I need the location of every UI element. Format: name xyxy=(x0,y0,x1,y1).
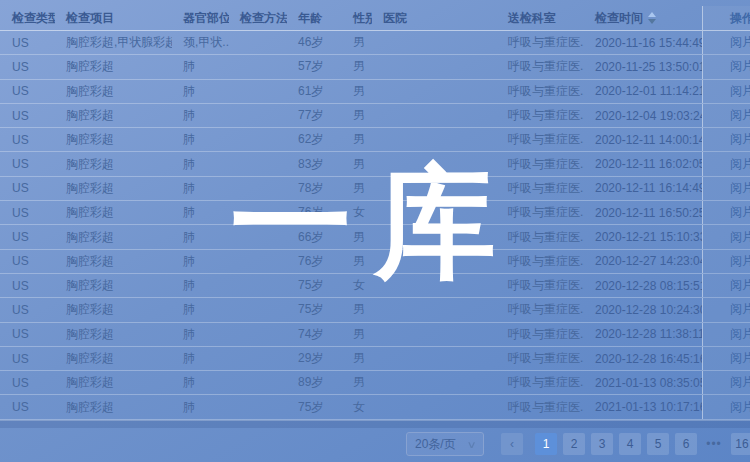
cell-organ: 肺 xyxy=(172,156,229,173)
table-row[interactable]: US 胸腔彩超 肺 66岁 男 呼吸与重症医... 2020-12-21 15:… xyxy=(0,225,750,249)
page-button-1[interactable]: 1 xyxy=(535,433,557,455)
table-row[interactable]: US 胸腔彩超 肺 57岁 男 呼吸与重症医... 2020-11-25 13:… xyxy=(0,55,750,79)
header-action: 操作 xyxy=(702,6,750,30)
cell-department: 呼吸与重症医... xyxy=(497,374,584,391)
view-film-link[interactable]: 阅片 xyxy=(702,201,750,224)
table-row[interactable]: US 胸腔彩超 肺 29岁 男 呼吸与重症医... 2020-12-28 16:… xyxy=(0,347,750,371)
cell-organ: 肺 xyxy=(172,229,229,246)
cell-exam-item: 胸腔彩超 xyxy=(55,277,172,294)
header-gender: 性别 xyxy=(342,10,372,27)
cell-exam-item: 胸腔彩超 xyxy=(55,253,172,270)
more-pages-ellipsis[interactable]: ••• xyxy=(703,433,725,455)
cell-department: 呼吸与重症医... xyxy=(497,180,584,197)
cell-organ: 肺 xyxy=(172,180,229,197)
header-exam-time[interactable]: 检查时间 xyxy=(584,10,702,27)
sort-caret-up-icon[interactable] xyxy=(648,12,656,17)
table-row[interactable]: US 胸腔彩超 肺 77岁 男 呼吸与重症医... 2020-12-04 19:… xyxy=(0,104,750,128)
header-exam-item: 检查项目 xyxy=(55,10,172,27)
page-size-value: 20条/页 xyxy=(415,436,456,453)
view-film-link[interactable]: 阅片 xyxy=(702,225,750,248)
cell-gender: 男 xyxy=(342,180,372,197)
view-film-link[interactable]: 阅片 xyxy=(702,323,750,346)
table-row[interactable]: US 胸腔彩超 肺 75岁 女 呼吸与重症医... 2021-01-13 10:… xyxy=(0,395,750,419)
table-row[interactable]: US 胸腔彩超 肺 76岁 女 呼吸与重症医... 2020-12-11 16:… xyxy=(0,201,750,225)
cell-department: 呼吸与重症医... xyxy=(497,83,584,100)
table-body: US 胸腔彩超,甲状腺彩超 颈,甲状... 46岁 男 呼吸与重症医... 20… xyxy=(0,31,750,420)
cell-exam-type: US xyxy=(0,60,55,74)
cell-exam-type: US xyxy=(0,327,55,341)
page-button-5[interactable]: 5 xyxy=(647,433,669,455)
cell-exam-type: US xyxy=(0,157,55,171)
table-row[interactable]: US 胸腔彩超 肺 89岁 男 呼吸与重症医... 2021-01-13 08:… xyxy=(0,371,750,395)
cell-exam-item: 胸腔彩超 xyxy=(55,374,172,391)
cell-age: 75岁 xyxy=(287,399,342,416)
cell-exam-time: 2020-11-16 15:44:49 xyxy=(584,36,702,50)
table-row[interactable]: US 胸腔彩超 肺 61岁 男 呼吸与重症医... 2020-12-01 11:… xyxy=(0,80,750,104)
cell-exam-item: 胸腔彩超 xyxy=(55,399,172,416)
cell-exam-type: US xyxy=(0,352,55,366)
view-film-link[interactable]: 阅片 xyxy=(702,250,750,273)
view-film-link[interactable]: 阅片 xyxy=(702,298,750,321)
table-row[interactable]: US 胸腔彩超 肺 75岁 女 呼吸与重症医... 2020-12-28 08:… xyxy=(0,274,750,298)
view-film-link[interactable]: 阅片 xyxy=(702,80,750,103)
sort-caret-down-icon[interactable] xyxy=(648,19,656,24)
sort-carets[interactable] xyxy=(648,12,656,24)
page-button-6[interactable]: 6 xyxy=(675,433,697,455)
page-size-select[interactable]: 20条/页 ∨ xyxy=(406,432,484,456)
view-film-link[interactable]: 阅片 xyxy=(702,55,750,78)
view-film-link[interactable]: 阅片 xyxy=(702,152,750,175)
cell-age: 75岁 xyxy=(287,277,342,294)
cell-department: 呼吸与重症医... xyxy=(497,350,584,367)
cell-age: 46岁 xyxy=(287,34,342,51)
cell-gender: 男 xyxy=(342,58,372,75)
cell-gender: 男 xyxy=(342,326,372,343)
view-film-link[interactable]: 阅片 xyxy=(702,31,750,54)
view-film-link[interactable]: 阅片 xyxy=(702,347,750,370)
cell-gender: 男 xyxy=(342,107,372,124)
cell-department: 呼吸与重症医... xyxy=(497,156,584,173)
chevron-down-icon: ∨ xyxy=(466,439,476,450)
view-film-link[interactable]: 阅片 xyxy=(702,177,750,200)
prev-page-button[interactable]: ‹ xyxy=(501,433,523,455)
view-film-link[interactable]: 阅片 xyxy=(702,371,750,394)
table-row[interactable]: US 胸腔彩超 肺 62岁 男 呼吸与重症医... 2020-12-11 14:… xyxy=(0,128,750,152)
cell-exam-item: 胸腔彩超 xyxy=(55,83,172,100)
view-film-link[interactable]: 阅片 xyxy=(702,128,750,151)
cell-gender: 女 xyxy=(342,399,372,416)
cell-exam-item: 胸腔彩超 xyxy=(55,204,172,221)
page-button-2[interactable]: 2 xyxy=(563,433,585,455)
table-row[interactable]: US 胸腔彩超 肺 76岁 男 呼吸与重症医... 2020-12-27 14:… xyxy=(0,250,750,274)
view-film-link[interactable]: 阅片 xyxy=(702,274,750,297)
cell-exam-item: 胸腔彩超 xyxy=(55,229,172,246)
cell-exam-time: 2020-12-28 11:38:11 xyxy=(584,327,702,341)
cell-exam-time: 2020-12-21 15:10:33 xyxy=(584,230,702,244)
cell-age: 89岁 xyxy=(287,374,342,391)
horizontal-scrollbar[interactable] xyxy=(0,420,750,428)
cell-exam-time: 2021-01-13 10:17:16 xyxy=(584,400,702,414)
cell-exam-item: 胸腔彩超 xyxy=(55,326,172,343)
view-film-link[interactable]: 阅片 xyxy=(702,395,750,418)
cell-exam-type: US xyxy=(0,206,55,220)
cell-organ: 肺 xyxy=(172,83,229,100)
cell-exam-time: 2021-01-13 08:35:05 xyxy=(584,376,702,390)
view-film-link[interactable]: 阅片 xyxy=(702,104,750,127)
table-row[interactable]: US 胸腔彩超 肺 74岁 男 呼吸与重症医... 2020-12-28 11:… xyxy=(0,323,750,347)
cell-age: 75岁 xyxy=(287,301,342,318)
cell-exam-type: US xyxy=(0,303,55,317)
header-department: 送检科室 xyxy=(497,10,584,27)
table-row[interactable]: US 胸腔彩超 肺 78岁 男 呼吸与重症医... 2020-12-11 16:… xyxy=(0,177,750,201)
page-button-3[interactable]: 3 xyxy=(591,433,613,455)
cell-gender: 男 xyxy=(342,34,372,51)
page-button-4[interactable]: 4 xyxy=(619,433,641,455)
cell-exam-type: US xyxy=(0,133,55,147)
exam-table: 检查类型 检查项目 器官部位 检查方法 年龄 性别 医院 送检科室 检查时间 操… xyxy=(0,6,750,420)
cell-gender: 男 xyxy=(342,131,372,148)
cell-exam-time: 2020-12-28 16:45:16 xyxy=(584,352,702,366)
cell-age: 61岁 xyxy=(287,83,342,100)
table-row[interactable]: US 胸腔彩超 肺 83岁 男 呼吸与重症医... 2020-12-11 16:… xyxy=(0,152,750,176)
table-row[interactable]: US 胸腔彩超 肺 75岁 男 呼吸与重症医... 2020-12-28 10:… xyxy=(0,298,750,322)
table-row[interactable]: US 胸腔彩超,甲状腺彩超 颈,甲状... 46岁 男 呼吸与重症医... 20… xyxy=(0,31,750,55)
cell-age: 66岁 xyxy=(287,229,342,246)
page-button-16[interactable]: 16 xyxy=(731,433,750,455)
cell-department: 呼吸与重症医... xyxy=(497,253,584,270)
